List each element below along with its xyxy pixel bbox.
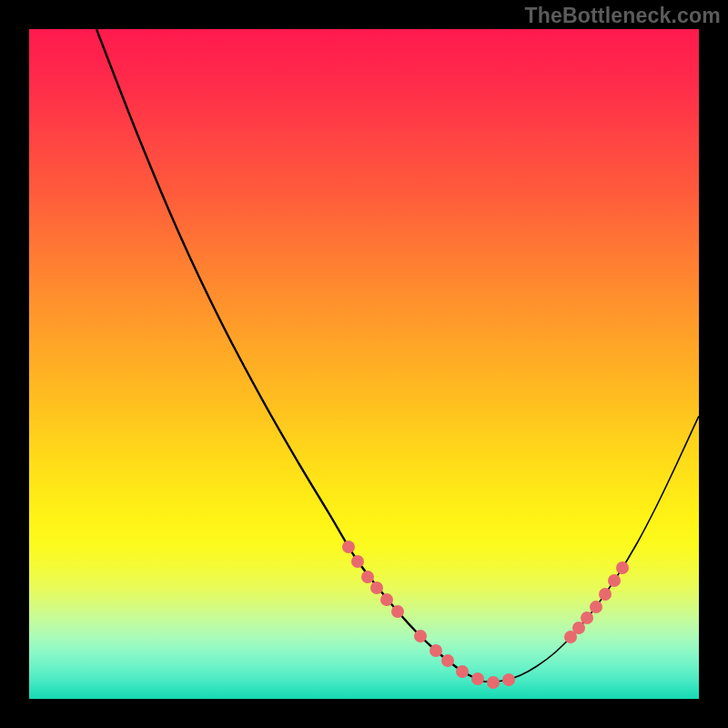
data-point-markers [342, 541, 629, 689]
data-point-dot [599, 588, 612, 601]
data-point-dot [391, 605, 404, 618]
chart-frame: TheBottleneck.com [0, 0, 728, 728]
data-point-dot [456, 665, 469, 678]
data-point-dot [572, 622, 585, 634]
data-point-dot [441, 654, 454, 667]
data-point-dot [370, 581, 383, 594]
data-point-dot [351, 555, 364, 568]
data-point-dot [414, 630, 427, 642]
data-point-dot [380, 593, 393, 606]
curve-layer [29, 29, 699, 699]
bottleneck-curve-left [96, 29, 484, 682]
data-point-dot [471, 672, 484, 685]
plot-area [29, 29, 699, 699]
data-point-dot [430, 644, 442, 657]
data-point-dot [608, 574, 621, 587]
data-point-dot [581, 612, 593, 624]
bottleneck-curve-right [484, 416, 699, 682]
data-point-dot [342, 541, 355, 553]
data-point-dot [361, 571, 374, 583]
watermark-text: TheBottleneck.com [524, 4, 721, 28]
data-point-dot [502, 673, 515, 686]
data-point-dot [487, 676, 500, 689]
data-point-dot [590, 601, 602, 613]
data-point-dot [616, 561, 629, 574]
